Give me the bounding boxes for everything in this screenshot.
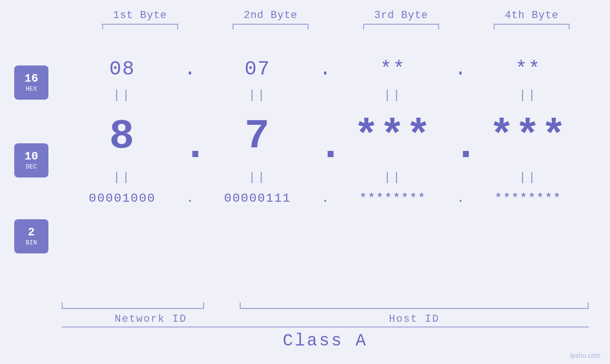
bracket-3 — [336, 24, 467, 32]
main-container: 1st Byte 2nd Byte 3rd Byte 4th Byte 16 H… — [0, 0, 610, 364]
bracket-line-2 — [233, 24, 309, 29]
eq2-b4: || — [468, 169, 589, 186]
eq1-b2: || — [197, 87, 318, 103]
watermark: ipshu.com — [570, 352, 601, 359]
eq1-dot3 — [453, 88, 468, 103]
dec-dot2: . — [318, 103, 332, 169]
bin-dot1: . — [183, 191, 197, 205]
eq2-b1: || — [62, 169, 183, 186]
eq1-dot1 — [183, 88, 197, 103]
eq2-b3: || — [332, 169, 453, 186]
hex-dot1: . — [183, 58, 197, 81]
equals-row-2: || || || || — [62, 169, 589, 186]
bin-badge-number: 2 — [28, 226, 35, 239]
bin-b4: ******** — [468, 186, 589, 211]
byte1-header: 1st Byte — [75, 9, 206, 21]
dec-dot1: . — [183, 103, 197, 169]
dec-row: 8 . 7 . *** . *** — [62, 103, 589, 169]
eq2-dot3 — [453, 170, 468, 185]
bin-badge: 2 BIN — [14, 219, 48, 253]
eq1-b3: || — [332, 87, 453, 103]
rows-wrapper: 08 . 07 . ** . ** || || || || 8 . 7 . **… — [62, 51, 589, 211]
bracket-line-4 — [494, 24, 570, 29]
byte-headers: 1st Byte 2nd Byte 3rd Byte 4th Byte — [75, 9, 597, 21]
byte3-header: 3rd Byte — [336, 9, 467, 21]
bracket-line-3 — [363, 24, 439, 29]
eq1-dot2 — [318, 88, 332, 103]
bracket-2 — [206, 24, 336, 32]
eq2-dot1 — [183, 170, 197, 185]
class-bar: Class A — [62, 327, 589, 351]
byte4-header: 4th Byte — [467, 9, 597, 21]
hex-b1: 08 — [62, 51, 183, 87]
equals-row-1: || || || || — [62, 87, 589, 103]
eq2-dot2 — [318, 170, 332, 185]
dec-dot3: . — [453, 103, 468, 169]
eq1-b4: || — [468, 87, 589, 103]
bin-dot3: . — [453, 191, 468, 205]
hex-b4: ** — [468, 51, 589, 87]
hex-row: 08 . 07 . ** . ** — [62, 51, 589, 87]
host-bracket — [240, 302, 589, 309]
bin-b2: 00000111 — [197, 186, 318, 211]
eq2-b2: || — [197, 169, 318, 186]
bin-b3: ******** — [332, 186, 453, 211]
bracket-1 — [75, 24, 206, 32]
dec-b1: 8 — [62, 110, 183, 163]
dec-badge-label: DEC — [26, 163, 37, 170]
top-brackets — [75, 24, 597, 32]
hex-b3: ** — [332, 51, 453, 87]
dec-badge-number: 10 — [25, 150, 38, 163]
host-id-label: Host ID — [240, 313, 589, 325]
network-bracket — [62, 302, 204, 309]
dec-b2: 7 — [197, 110, 318, 163]
class-bar-line — [62, 327, 589, 327]
bin-dot2: . — [318, 191, 332, 205]
bin-badge-label: BIN — [26, 239, 37, 246]
dec-badge: 10 DEC — [14, 143, 48, 177]
hex-b2: 07 — [197, 51, 318, 87]
network-id-label: Network ID — [62, 313, 240, 325]
eq1-b1: || — [62, 87, 183, 103]
dec-b3: *** — [332, 110, 453, 163]
bin-b1: 00001000 — [62, 186, 183, 211]
bin-row: 00001000 . 00000111 . ******** . *******… — [62, 186, 589, 211]
bracket-line-1 — [102, 24, 178, 29]
dec-b4: *** — [468, 110, 589, 163]
byte2-header: 2nd Byte — [206, 9, 336, 21]
bottom-brackets — [62, 302, 589, 311]
bracket-4 — [467, 24, 597, 32]
hex-dot2: . — [318, 58, 332, 81]
hex-badge-label: HEX — [26, 85, 37, 93]
class-bar-text: Class A — [62, 331, 589, 351]
hex-dot3: . — [453, 58, 468, 81]
hex-badge-number: 16 — [25, 73, 38, 85]
label-row: Network ID Host ID — [62, 313, 589, 325]
hex-badge: 16 HEX — [14, 65, 48, 100]
